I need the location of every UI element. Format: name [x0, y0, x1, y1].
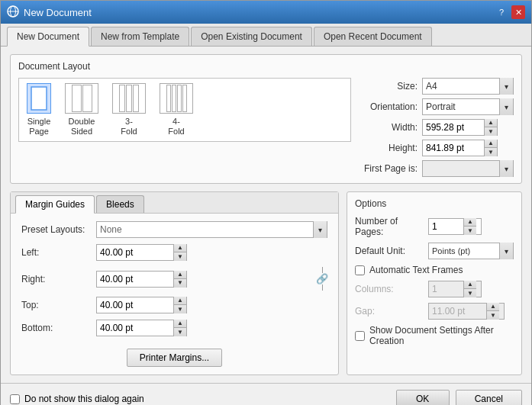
auto-text-frames-checkbox[interactable]: [355, 265, 365, 275]
preset-dropdown-arrow[interactable]: ▾: [313, 221, 327, 238]
gap-input[interactable]: [429, 304, 486, 318]
height-down[interactable]: ▼: [485, 148, 497, 156]
single-page-icon-wrap: [27, 83, 51, 114]
layout-icons: SinglePage DoubleSided: [18, 78, 351, 142]
default-unit-arrow[interactable]: ▾: [499, 243, 513, 259]
num-pages-field[interactable]: ▲ ▼: [428, 218, 482, 235]
layout-4fold[interactable]: 4-Fold: [160, 83, 193, 137]
layout-single-page[interactable]: SinglePage: [27, 83, 51, 137]
footer: Do not show this dialog again OK Cancel: [1, 383, 531, 405]
tab-new-document[interactable]: New Document: [7, 27, 89, 47]
auto-text-frames-label: Automatic Text Frames: [369, 265, 463, 275]
footer-right: OK Cancel: [396, 390, 522, 405]
top-input[interactable]: [97, 298, 173, 312]
gap-up[interactable]: ▲: [487, 303, 499, 311]
top-field[interactable]: ▲ ▼: [96, 297, 187, 313]
width-row: Width: ▲ ▼: [360, 119, 514, 136]
right-label: Right:: [21, 274, 90, 284]
size-row: Size: A4 ▾: [360, 78, 514, 95]
right-down[interactable]: ▼: [174, 279, 186, 288]
right-spinners: ▲ ▼: [173, 271, 186, 288]
width-spinners: ▲ ▼: [484, 119, 497, 136]
ok-button[interactable]: OK: [396, 390, 450, 405]
orientation-dropdown-arrow[interactable]: ▾: [499, 98, 513, 115]
layout-3fold[interactable]: 3-Fold: [112, 83, 146, 137]
tab-bleeds[interactable]: Bleeds: [96, 195, 144, 213]
show-settings-checkbox[interactable]: [355, 331, 365, 341]
tab-margin-guides[interactable]: Margin Guides: [15, 195, 95, 214]
do-not-show-checkbox[interactable]: [10, 394, 20, 404]
bottom-up[interactable]: ▲: [174, 320, 186, 328]
top-up[interactable]: ▲: [174, 297, 186, 305]
dialog-body: New Document New from Template Open Exis…: [1, 24, 531, 405]
show-settings-row: Show Document Settings After Creation: [355, 325, 514, 346]
top-spinners: ▲ ▼: [173, 297, 186, 313]
4fold-icon: [166, 85, 187, 112]
width-down[interactable]: ▼: [485, 127, 497, 136]
right-up[interactable]: ▲: [174, 271, 186, 279]
layout-double-sided[interactable]: DoubleSided: [65, 83, 98, 137]
first-page-combo[interactable]: ▾: [422, 160, 514, 177]
left-input[interactable]: [97, 246, 173, 259]
bottom-field[interactable]: ▲ ▼: [96, 320, 187, 336]
columns-field[interactable]: ▲ ▼: [428, 281, 482, 297]
auto-text-frames-row: Automatic Text Frames: [355, 265, 514, 275]
help-button[interactable]: ?: [495, 5, 508, 19]
orientation-label: Orientation:: [360, 101, 418, 112]
columns-input[interactable]: [429, 282, 463, 296]
bottom-row: Bottom: ▲ ▼: [21, 320, 327, 336]
right-field[interactable]: ▲ ▼: [96, 271, 187, 288]
titlebar-left: New Document: [7, 5, 92, 20]
first-page-value: [423, 167, 499, 170]
top-row: Top: ▲ ▼: [21, 297, 327, 313]
height-up[interactable]: ▲: [485, 140, 497, 148]
document-layout-section: Document Layout SinglePage: [10, 54, 522, 184]
show-settings-label: Show Document Settings After Creation: [369, 325, 514, 346]
num-pages-input[interactable]: [429, 220, 463, 233]
height-input[interactable]: [423, 141, 484, 155]
num-pages-up[interactable]: ▲: [464, 218, 476, 227]
columns-row: Columns: ▲ ▼: [355, 281, 514, 297]
3fold-icon: [119, 85, 139, 112]
width-input[interactable]: [423, 121, 484, 134]
orientation-combo[interactable]: Portrait ▾: [422, 98, 514, 115]
4fold-label: 4-Fold: [168, 117, 184, 137]
tab-new-from-template[interactable]: New from Template: [91, 27, 189, 46]
double-sided-icon: [72, 85, 92, 112]
gap-down[interactable]: ▼: [487, 311, 499, 320]
size-value: A4: [423, 79, 499, 93]
right-input[interactable]: [97, 272, 173, 286]
left-panel: Margin Guides Bleeds Preset Layouts:: [10, 191, 339, 375]
left-down[interactable]: ▼: [174, 252, 186, 261]
width-field[interactable]: ▲ ▼: [422, 119, 498, 136]
chain-icon[interactable]: 🔗: [316, 273, 328, 284]
bottom-down[interactable]: ▼: [174, 328, 186, 336]
columns-up[interactable]: ▲: [464, 281, 476, 289]
width-up[interactable]: ▲: [485, 119, 497, 127]
titlebar-buttons: ? ✕: [495, 5, 525, 19]
preset-select[interactable]: None ▾: [96, 221, 327, 238]
chain-line-bottom: [322, 284, 323, 291]
close-button[interactable]: ✕: [511, 5, 525, 19]
printer-margins-button[interactable]: Printer Margins...: [127, 349, 222, 367]
height-field[interactable]: ▲ ▼: [422, 140, 498, 156]
size-combo[interactable]: A4 ▾: [422, 78, 514, 95]
gap-field[interactable]: ▲ ▼: [428, 303, 505, 320]
tab-open-existing[interactable]: Open Existing Document: [191, 27, 312, 46]
footer-left: Do not show this dialog again: [10, 394, 144, 404]
tab-open-recent[interactable]: Open Recent Document: [314, 27, 432, 46]
left-field[interactable]: ▲ ▼: [96, 244, 187, 261]
columns-down[interactable]: ▼: [464, 289, 476, 297]
top-down[interactable]: ▼: [174, 305, 186, 313]
cancel-button[interactable]: Cancel: [456, 390, 522, 405]
margin-guides-content: Preset Layouts: None ▾ Left:: [11, 214, 338, 374]
first-page-dropdown-arrow[interactable]: ▾: [499, 160, 513, 177]
bottom-input[interactable]: [97, 321, 173, 335]
default-unit-combo[interactable]: Points (pt) ▾: [428, 243, 514, 259]
height-row: Height: ▲ ▼: [360, 140, 514, 156]
size-label: Size:: [360, 81, 418, 92]
num-pages-down[interactable]: ▼: [464, 227, 476, 235]
printer-margins-wrap: Printer Margins...: [21, 342, 327, 367]
size-dropdown-arrow[interactable]: ▾: [499, 78, 513, 95]
left-up[interactable]: ▲: [174, 244, 186, 252]
